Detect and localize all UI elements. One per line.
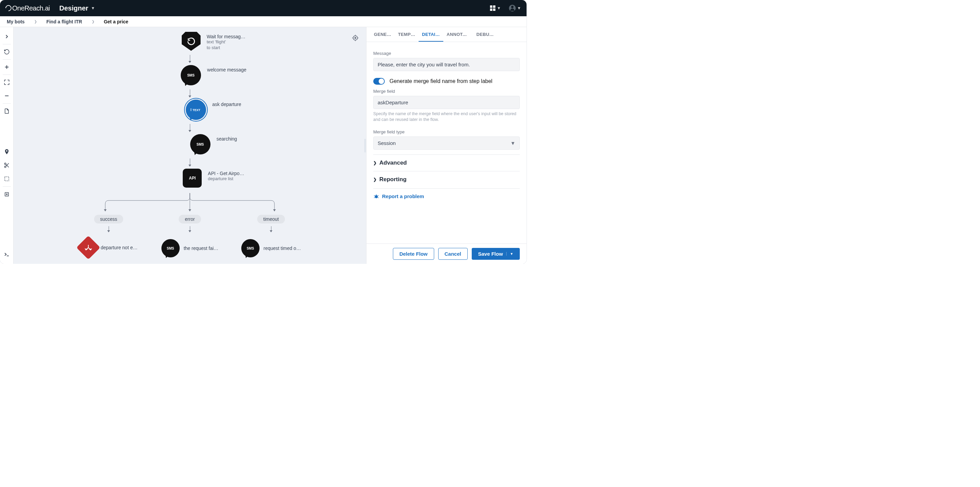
breadcrumb-item[interactable]: My bots [7,19,25,24]
location-button[interactable] [0,145,14,158]
connector-arrow-icon [188,226,191,232]
node-title: request timed o… [264,246,301,251]
logo-mark-icon [4,4,13,12]
text-input-icon: ITEXT [186,99,206,120]
tab-debug[interactable]: DEBU… [473,27,497,42]
report-problem-link[interactable]: Report a problem [373,188,520,204]
connector-arrow-icon [188,55,191,63]
svg-marker-27 [90,249,91,250]
decision-icon [76,236,100,260]
node-title: departure not e… [101,245,138,250]
merge-type-select[interactable]: Session ▼ [373,136,520,150]
connector-arrow-icon [107,226,110,232]
svg-marker-26 [85,249,87,250]
branch-label-timeout[interactable]: timeout [257,215,285,224]
expand-panel-button[interactable] [0,30,14,43]
svg-line-31 [378,195,379,196]
chevron-right-icon: ❯ [373,177,377,182]
terminal-button[interactable] [0,247,14,261]
branch-label-error[interactable]: error [179,215,201,224]
chevron-right-icon: ❯ [92,20,94,23]
breadcrumb-current: Get a price [104,19,128,24]
node-title: searching [216,136,237,142]
flow-node-searching[interactable]: SMS searching [190,134,237,155]
connector-arrow-icon [188,124,191,132]
svg-rect-7 [5,177,9,181]
select-value: Session [378,140,396,146]
breadcrumb-item[interactable]: Find a flight ITR [46,19,82,24]
delete-button[interactable] [0,187,14,201]
svg-line-30 [374,195,375,196]
app-switcher[interactable]: Designer ▼ [59,5,95,12]
selection-button[interactable] [0,172,14,185]
svg-point-3 [5,163,6,164]
branch-container: success departure not e… error [68,193,312,257]
toggle-label: Generate merge field name from step labe… [390,78,492,84]
flow-canvas[interactable]: Wait for messag… text 'flight' to start … [14,27,366,264]
reporting-section[interactable]: ❯ Reporting [373,171,520,188]
flow-node-error[interactable]: SMS the request fai… [161,239,219,257]
svg-point-4 [5,166,6,168]
chevron-down-icon: ▼ [497,6,501,11]
branch-label-success[interactable]: success [94,215,124,224]
apps-menu[interactable]: ▼ [490,5,501,11]
svg-text:I: I [191,108,191,112]
brand-text: OneReach.ai [12,5,50,12]
flow-node-wait[interactable]: Wait for messag… text 'flight' to start [182,32,246,51]
flow-node-welcome[interactable]: SMS welcome message [181,65,247,85]
chevron-down-icon: ▼ [510,140,515,146]
merge-field-input[interactable] [373,96,520,109]
tab-annotations[interactable]: ANNOTA… [443,27,473,42]
chevron-right-icon: ❯ [34,20,37,23]
tab-template[interactable]: TEMP… [395,27,418,42]
branch-connectors-icon [68,193,312,213]
svg-line-33 [378,198,379,198]
wait-icon [182,32,200,51]
chevron-down-icon: ▼ [517,6,521,11]
sms-icon: SMS [181,65,201,85]
refresh-button[interactable] [0,45,14,59]
document-button[interactable] [0,104,14,118]
flow-node-ask-departure[interactable]: ITEXT ask departure [186,99,241,120]
panel-footer: Delete Flow Cancel Save Flow ▼ [366,244,527,264]
tab-details[interactable]: DETAI… [418,27,443,42]
delete-flow-button[interactable]: Delete Flow [393,248,434,260]
node-title: welcome message [207,67,247,72]
panel-resize-handle[interactable] [364,139,366,152]
node-title: ask departure [212,102,241,107]
message-label: Message [373,51,520,56]
merge-field-help: Specify the name of the merge field wher… [373,111,520,123]
sms-icon: SMS [241,239,259,257]
user-menu[interactable]: ▼ [509,5,521,11]
connector-arrow-icon [188,158,191,167]
svg-text:TEXT: TEXT [192,109,200,112]
apps-grid-icon [490,5,495,11]
node-title: Wait for messag… [207,34,246,39]
bug-icon [373,193,379,200]
recenter-button[interactable] [351,33,360,43]
add-button[interactable] [0,60,14,74]
advanced-section[interactable]: ❯ Advanced [373,155,520,171]
top-bar: OneReach.ai Designer ▼ ▼ ▼ [0,0,527,16]
chevron-right-icon: ❯ [373,161,377,165]
flow-node-api[interactable]: API API - Get Airpo… departure list [183,169,244,188]
svg-marker-20 [104,209,107,211]
svg-point-28 [375,195,378,198]
cut-button[interactable] [0,158,14,172]
flow-node-timeout[interactable]: SMS request timed o… [241,239,301,257]
svg-marker-21 [188,209,191,211]
svg-line-32 [374,198,375,198]
collapse-button[interactable] [0,89,14,102]
left-toolbar [0,27,14,264]
message-input[interactable] [373,58,520,71]
sms-icon: SMS [161,239,180,257]
api-icon: API [183,169,202,188]
fullscreen-button[interactable] [0,75,14,89]
flow-node-departure-decision[interactable]: departure not e… [80,239,138,256]
details-panel: GENE… TEMP… DETAI… ANNOTA… DEBU… Message… [366,27,527,264]
connector-arrow-icon [270,226,272,232]
tab-general[interactable]: GENE… [371,27,395,42]
save-flow-button[interactable]: Save Flow ▼ [472,248,520,260]
generate-merge-toggle[interactable] [373,78,385,85]
cancel-button[interactable]: Cancel [438,248,468,260]
